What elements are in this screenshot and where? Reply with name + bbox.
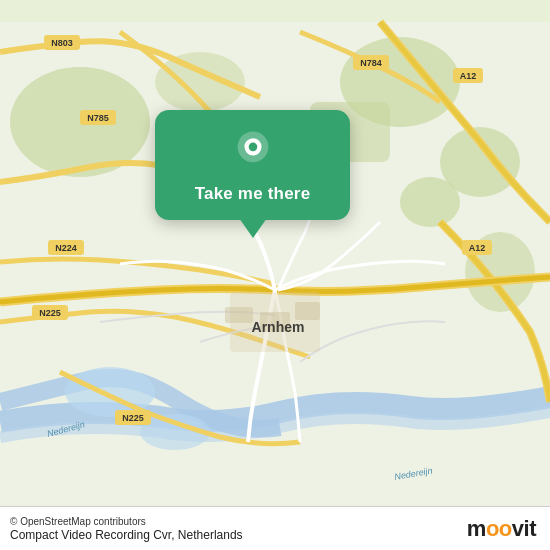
svg-text:N784: N784 [360, 58, 382, 68]
svg-rect-12 [295, 302, 320, 320]
osm-credit: © OpenStreetMap contributors [10, 516, 243, 527]
svg-text:N225: N225 [39, 308, 61, 318]
map-svg: N803 N785 N785 N784 A12 A12 N224 N225 N2… [0, 0, 550, 550]
svg-text:A12: A12 [469, 243, 486, 253]
moovit-logo: moovit [467, 516, 536, 542]
popup-label: Take me there [195, 184, 311, 204]
location-name: Compact Video Recording Cvr, Netherlands [10, 528, 243, 542]
bottom-left-info: © OpenStreetMap contributors Compact Vid… [10, 516, 243, 542]
svg-point-37 [248, 143, 257, 152]
svg-text:N785: N785 [87, 113, 109, 123]
svg-text:A12: A12 [460, 71, 477, 81]
svg-rect-13 [225, 307, 253, 323]
bottom-bar: © OpenStreetMap contributors Compact Vid… [0, 506, 550, 550]
svg-text:N225: N225 [122, 413, 144, 423]
svg-text:N803: N803 [51, 38, 73, 48]
map-container: N803 N785 N785 N784 A12 A12 N224 N225 N2… [0, 0, 550, 550]
svg-text:N224: N224 [55, 243, 77, 253]
location-pin-icon [229, 128, 277, 176]
svg-text:Arnhem: Arnhem [252, 319, 305, 335]
moovit-text: moovit [467, 516, 536, 542]
svg-point-4 [400, 177, 460, 227]
map-popup[interactable]: Take me there [155, 110, 350, 220]
